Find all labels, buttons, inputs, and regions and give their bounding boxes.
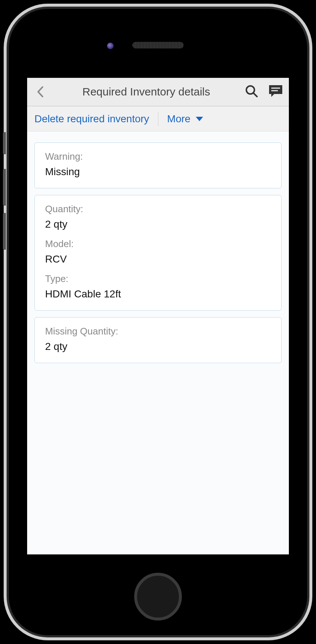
delete-required-inventory-button[interactable]: Delete required inventory (34, 113, 149, 125)
app-header: Required Inventory details (27, 78, 289, 106)
content-area: Warning: Missing Quantity: 2 qty Model: … (27, 131, 289, 381)
mute-switch (3, 132, 6, 154)
type-label: Type: (45, 273, 271, 285)
phone-frame: Required Inventory details (4, 4, 312, 640)
home-button[interactable] (134, 573, 182, 621)
missing-card: Missing Quantity: 2 qty (34, 317, 282, 363)
missing-quantity-value: 2 qty (45, 341, 271, 352)
more-button[interactable]: More (167, 113, 203, 125)
warning-card: Warning: Missing (34, 142, 282, 188)
back-button[interactable] (33, 86, 48, 98)
warning-label: Warning: (45, 151, 271, 162)
quantity-value: 2 qty (45, 218, 271, 230)
speaker-grill (132, 42, 184, 48)
chat-button[interactable] (268, 84, 283, 99)
type-value: HDMI Cable 12ft (45, 288, 271, 300)
model-value: RCV (45, 253, 271, 265)
volume-down-button (3, 213, 6, 250)
chat-icon (268, 84, 283, 98)
svg-line-1 (253, 93, 257, 97)
action-bar: Delete required inventory More (27, 106, 289, 131)
search-button[interactable] (245, 84, 258, 99)
front-camera (107, 43, 114, 49)
phone-bezel: Required Inventory details (7, 7, 309, 637)
quantity-label: Quantity: (45, 203, 271, 215)
details-card: Quantity: 2 qty Model: RCV Type: HDMI Ca… (34, 195, 282, 311)
warning-value: Missing (45, 166, 271, 178)
more-label: More (167, 113, 191, 125)
screen: Required Inventory details (27, 78, 289, 554)
chevron-down-icon (196, 117, 203, 121)
divider (158, 112, 158, 126)
model-label: Model: (45, 238, 271, 250)
volume-up-button (3, 169, 6, 206)
page-title: Required Inventory details (48, 86, 245, 98)
chevron-left-icon (37, 86, 44, 98)
search-icon (245, 84, 258, 98)
missing-quantity-label: Missing Quantity: (45, 326, 271, 337)
